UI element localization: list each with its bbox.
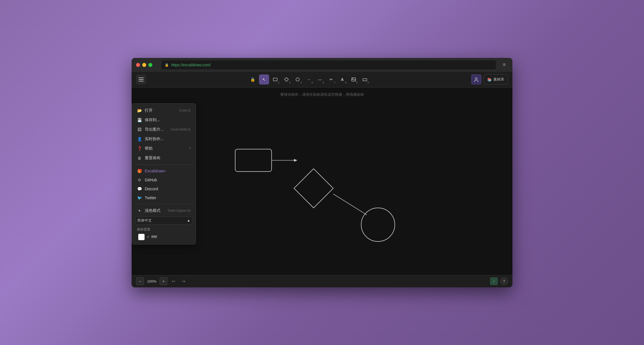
tool-num-circle: 4 — [300, 81, 302, 84]
library-button[interactable]: 📚 素材库 — [484, 74, 508, 85]
open-icon: 📂 — [137, 108, 142, 113]
twitter-icon: 🐦 — [137, 196, 142, 200]
tool-num-arrow: 5 — [311, 81, 313, 84]
tool-eraser[interactable]: 0 — [360, 74, 370, 85]
menu-item-save[interactable]: 💾 保存到... — [134, 115, 193, 125]
tool-diamond[interactable]: 3 — [281, 74, 291, 85]
menu-github-label: GitHub — [145, 178, 157, 182]
menu-item-twitter[interactable]: 🐦 Twitter — [134, 193, 193, 202]
lock-tool-icon: 🔒 — [250, 77, 255, 82]
maximize-button[interactable] — [148, 63, 152, 67]
menu-export-label: 导出图片... — [145, 127, 164, 132]
library-label: 素材库 — [493, 77, 504, 82]
help-button[interactable]: ? — [500, 277, 508, 285]
hamburger-line-3 — [139, 81, 144, 81]
circle-tool-icon — [295, 77, 300, 82]
minimize-button[interactable] — [142, 63, 146, 67]
menu-item-discord[interactable]: 💬 Discord — [134, 184, 193, 193]
theme-shortcut: Shift+Option+D — [168, 209, 191, 213]
app-area: 🔒 ↖ 2 3 — [132, 72, 512, 287]
menu-item-reset[interactable]: 🗑 重置画布 — [134, 153, 193, 163]
version-check-button[interactable]: ✓ — [490, 277, 498, 285]
menu-theme-label: 浅色模式 — [145, 208, 160, 213]
canvas-area[interactable]: 要移动画布，请按住鼠标滚轮或空格键，再拖拽鼠标 — [132, 88, 512, 275]
menu-item-excalidraw-plus[interactable]: 🎁 Excalidraw+ — [134, 166, 193, 175]
svg-point-12 — [361, 208, 395, 241]
tool-select[interactable]: ↖ — [259, 74, 269, 85]
checkmark-icon: ✓ — [493, 279, 496, 283]
rect-tool-icon — [273, 77, 277, 82]
svg-point-6 — [475, 78, 477, 80]
browser-menu-button[interactable]: ≡ — [500, 61, 508, 69]
menu-item-github[interactable]: ⚙ GitHub — [134, 175, 193, 184]
browser-titlebar: 🔒 https://excalidraw.com/ ≡ — [132, 58, 512, 72]
tool-circle[interactable]: 4 — [293, 74, 303, 85]
redo-button[interactable]: ↪ — [180, 277, 188, 285]
svg-rect-0 — [273, 78, 277, 81]
svg-marker-9 — [294, 159, 297, 162]
close-button[interactable] — [136, 63, 140, 67]
hamburger-line-2 — [139, 79, 144, 80]
menu-divider-2 — [134, 204, 193, 204]
svg-rect-7 — [235, 149, 272, 172]
arrow-tool-icon: → — [307, 77, 311, 82]
discord-icon: 💬 — [137, 187, 142, 191]
theme-icon: ✦ — [137, 208, 142, 213]
tool-num-pen: 7 — [334, 81, 335, 84]
image-tool-icon — [351, 77, 356, 82]
lock-icon: 🔒 — [165, 63, 169, 67]
toolbar-right: 📚 素材库 — [471, 74, 508, 85]
tool-num-line: 6 — [323, 81, 324, 84]
tool-num-image: 9 — [356, 81, 358, 84]
hamburger-menu-button[interactable] — [136, 74, 146, 85]
collaborate-button[interactable] — [471, 74, 481, 85]
zoom-out-icon: − — [139, 279, 141, 283]
menu-item-collab[interactable]: 👤 实时协作... — [134, 134, 193, 144]
menu-item-help[interactable]: ❓ 帮助 ? — [134, 144, 193, 153]
undo-icon: ↩ — [172, 279, 175, 283]
tool-arrow[interactable]: → 5 — [304, 74, 314, 85]
menu-item-open[interactable]: 📂 打开 Cmd+O — [134, 106, 193, 115]
menu-item-export[interactable]: 🖼 导出图片... Cmd+Shift+E — [134, 125, 193, 134]
question-mark-icon: ? — [503, 279, 505, 283]
tool-rectangle[interactable]: 2 — [270, 74, 280, 85]
tool-text[interactable]: A 8 — [337, 74, 347, 85]
color-swatch[interactable] — [138, 234, 145, 240]
help-menu-icon: ❓ — [137, 146, 142, 151]
menu-plus-label: Excalidraw+ — [145, 169, 166, 173]
diamond-tool-icon — [284, 77, 289, 82]
reset-icon: 🗑 — [137, 156, 142, 160]
bottom-right: ✓ ? — [490, 277, 508, 285]
color-hash: # — [147, 235, 149, 239]
help-shortcut: ? — [189, 147, 191, 151]
github-icon: ⚙ — [137, 178, 142, 182]
redo-icon: ↪ — [182, 279, 185, 283]
address-bar[interactable]: 🔒 https://excalidraw.com/ — [161, 60, 496, 69]
color-input[interactable] — [151, 235, 174, 239]
menu-reset-label: 重置画布 — [145, 156, 160, 161]
undo-button[interactable]: ↩ — [170, 277, 178, 285]
menu-divider-1 — [134, 165, 193, 165]
tool-lock[interactable]: 🔒 — [248, 74, 258, 85]
zoom-out-button[interactable]: − — [136, 277, 144, 285]
language-arrow-icon: ▲ — [187, 218, 190, 222]
tool-num-eraser: 0 — [367, 81, 369, 84]
svg-marker-1 — [284, 78, 288, 81]
line-tool-icon: — — [318, 77, 322, 82]
tool-image[interactable]: 9 — [349, 74, 359, 85]
zoom-in-button[interactable]: + — [160, 277, 167, 285]
tool-line[interactable]: — 6 — [315, 74, 325, 85]
select-tool-icon: ↖ — [262, 77, 266, 82]
svg-line-11 — [333, 194, 367, 215]
language-selector[interactable]: 简体中文 ▲ — [135, 217, 192, 224]
zoom-level: 100% — [146, 279, 157, 283]
menu-save-label: 保存到... — [145, 118, 160, 123]
menu-twitter-label: Twitter — [145, 196, 156, 200]
tool-num-text: 8 — [345, 81, 346, 84]
dropdown-menu: 📂 打开 Cmd+O 💾 保存到... 🖼 导出图片... Cmd+Shift+… — [132, 103, 196, 245]
menu-open-label: 打开 — [145, 108, 153, 113]
zoom-in-icon: + — [162, 279, 165, 283]
menu-item-theme[interactable]: ✦ 浅色模式 Shift+Option+D — [134, 206, 193, 215]
tool-pen[interactable]: ✏ 7 — [326, 74, 336, 85]
menu-help-label: 帮助 — [145, 146, 153, 151]
